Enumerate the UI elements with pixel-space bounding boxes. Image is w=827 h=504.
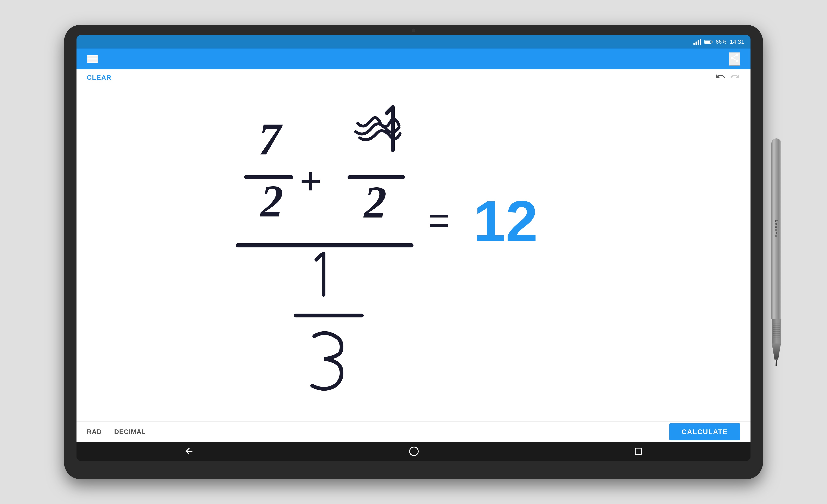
battery-percent: 86% bbox=[716, 39, 727, 45]
stylus-grip bbox=[772, 319, 781, 343]
signal-icon bbox=[693, 39, 701, 45]
svg-text:=: = bbox=[428, 199, 450, 241]
handwriting-canvas[interactable]: 7 2 + bbox=[77, 86, 750, 422]
app-bar bbox=[77, 49, 750, 69]
nav-bar bbox=[77, 442, 750, 461]
stylus-point bbox=[776, 359, 777, 366]
stylus-brand-label: Lenovo bbox=[774, 220, 779, 238]
back-button[interactable] bbox=[184, 446, 194, 456]
undo-redo-group bbox=[715, 71, 740, 83]
stylus-tip bbox=[772, 343, 781, 359]
crossed-out-numerator bbox=[356, 107, 400, 150]
redo-button[interactable] bbox=[730, 71, 740, 83]
svg-rect-11 bbox=[635, 448, 642, 455]
bottom-bar: RAD DECIMAL CALCULATE bbox=[77, 422, 750, 442]
stylus-body: Lenovo bbox=[771, 138, 781, 319]
hamburger-menu-button[interactable] bbox=[87, 55, 98, 63]
recent-button[interactable] bbox=[634, 447, 643, 456]
tablet-device: 86% 14:31 bbox=[64, 25, 763, 479]
svg-text:7: 7 bbox=[258, 114, 283, 164]
screen: 86% 14:31 bbox=[77, 35, 750, 461]
svg-text:+: + bbox=[300, 160, 322, 202]
time-display: 14:31 bbox=[730, 39, 744, 45]
decimal-mode-label: DECIMAL bbox=[114, 428, 146, 436]
main-content: CLEAR bbox=[77, 69, 750, 442]
mode-labels: RAD DECIMAL bbox=[87, 428, 146, 436]
svg-text:2: 2 bbox=[260, 176, 283, 226]
status-right: 86% 14:31 bbox=[693, 39, 744, 45]
stylus-pen: Lenovo bbox=[770, 138, 783, 366]
svg-point-10 bbox=[409, 447, 418, 456]
calculate-button[interactable]: CALCULATE bbox=[669, 423, 740, 440]
toolbar: CLEAR bbox=[77, 69, 750, 86]
undo-button[interactable] bbox=[715, 71, 726, 83]
rad-mode-label: RAD bbox=[87, 428, 102, 436]
battery-icon bbox=[704, 40, 713, 44]
scene: 86% 14:31 bbox=[31, 14, 796, 490]
camera bbox=[411, 29, 416, 32]
status-bar: 86% 14:31 bbox=[77, 35, 750, 49]
svg-text:12: 12 bbox=[474, 189, 538, 254]
svg-text:2: 2 bbox=[363, 177, 387, 227]
clear-button[interactable]: CLEAR bbox=[87, 74, 112, 81]
share-button[interactable] bbox=[729, 52, 740, 66]
canvas-area[interactable]: 7 2 + bbox=[77, 86, 750, 422]
home-button[interactable] bbox=[409, 446, 419, 456]
